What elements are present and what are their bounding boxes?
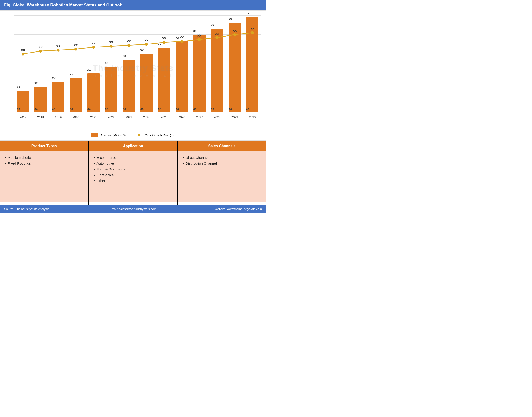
bar-mid-label-2022: XX — [105, 107, 109, 110]
bar-top-label-2028: XX — [211, 24, 214, 27]
bars-container: XXXX2017XXXX2018XXXX2019XXXX2020XXXX2021… — [14, 15, 261, 112]
footer: Source: Theindustrystats Analysis Email:… — [0, 205, 266, 213]
bar-group-2017: XXXX2017 — [14, 15, 32, 112]
bar-top-label-2029: XX — [229, 18, 232, 21]
legend-bar-icon — [91, 133, 98, 137]
bar-2017: XXXX — [17, 91, 29, 112]
bar-group-2028: XXXX2028 — [208, 15, 226, 112]
x-label-2026: 2026 — [178, 115, 185, 119]
bar-top-label-2023: XX — [123, 55, 126, 57]
bar-top-label-2019: XX — [52, 77, 56, 80]
x-label-2021: 2021 — [90, 115, 97, 119]
bar-top-label-2021: XX — [87, 68, 91, 71]
footer-source: Source: Theindustrystats Analysis — [4, 207, 90, 211]
x-label-2025: 2025 — [161, 115, 168, 119]
bars-wrapper: XXXX2017XXXX2018XXXX2019XXXX2020XXXX2021… — [14, 15, 261, 112]
bottom-col-1: ApplicationE-commerceAutomotiveFood & Be… — [89, 141, 178, 205]
bottom-section: Product TypesMobile RoboticsFixed Roboti… — [0, 141, 266, 205]
bar-top-label-2018: XX — [34, 82, 38, 84]
col-header-1: Application — [89, 141, 177, 151]
col-header-2: Sales Channels — [178, 141, 266, 151]
legend-line-svg — [135, 133, 143, 137]
col-content-1: E-commerceAutomotiveFood & BeveragesElec… — [89, 151, 177, 202]
page-title: Fig. Global Warehouse Robotics Market St… — [0, 0, 266, 10]
bar-group-2020: XXXX2020 — [67, 15, 85, 112]
legend-revenue: Revenue (Million $) — [91, 133, 126, 137]
bar-top-label-2030: XX — [246, 12, 250, 15]
bar-2021: XXXX — [87, 73, 100, 112]
bar-top-label-2017: XX — [17, 86, 20, 88]
x-label-2029: 2029 — [231, 115, 238, 119]
col-1-item-1: Automotive — [93, 161, 173, 165]
bottom-col-0: Product TypesMobile RoboticsFixed Roboti… — [0, 141, 89, 205]
bar-2029: XXXX — [229, 23, 241, 112]
bar-mid-label-2019: XX — [52, 107, 56, 110]
bar-group-2022: XXXX2022 — [102, 15, 120, 112]
col-2-item-1: Distribution Channel — [182, 161, 262, 165]
legend-line-icon — [135, 133, 143, 137]
bar-mid-label-2018: XX — [34, 107, 38, 110]
bar-mid-label-2029: XX — [229, 107, 232, 110]
bar-top-label-2020: XX — [70, 73, 73, 76]
col-1-item-0: E-commerce — [93, 156, 173, 159]
bar-group-2018: XXXX2018 — [32, 15, 49, 112]
bar-2025: XXXX — [158, 48, 170, 112]
bar-group-2027: XXXX2027 — [191, 15, 208, 112]
bar-2030: XXXX — [246, 17, 258, 112]
bar-mid-label-2030: XX — [246, 107, 250, 110]
bar-top-label-2026: XX — [176, 36, 179, 39]
x-label-2024: 2024 — [143, 115, 150, 119]
x-label-2027: 2027 — [196, 115, 203, 119]
x-label-2022: 2022 — [108, 115, 114, 119]
bar-2019: XXXX — [52, 82, 64, 112]
bar-group-2023: XXXX2023 — [120, 15, 138, 112]
bar-2027: XXXX — [193, 35, 205, 112]
legend-growth-label: Y-oY Growth Rate (%) — [145, 133, 175, 137]
bar-mid-label-2023: XX — [123, 107, 126, 110]
bar-top-label-2024: XX — [140, 49, 144, 52]
col-0-item-1: Fixed Robotics — [4, 161, 84, 165]
x-label-2018: 2018 — [37, 115, 44, 119]
bar-group-2019: XXXX2019 — [50, 15, 67, 112]
bar-top-label-2022: XX — [105, 62, 109, 64]
bar-mid-label-2026: XX — [176, 107, 179, 110]
chart-area: The Industry Stats m a r k e t r e s e a… — [0, 10, 266, 131]
bottom-col-2: Sales ChannelsDirect ChannelDistribution… — [178, 141, 266, 205]
x-label-2019: 2019 — [55, 115, 61, 119]
bar-2020: XXXX — [70, 78, 82, 112]
bar-mid-label-2024: XX — [140, 107, 144, 110]
bar-mid-label-2025: XX — [158, 107, 161, 110]
bar-group-2030: XXXX2030 — [244, 15, 261, 112]
bar-2028: XXXX — [211, 29, 223, 112]
footer-email: Email: sales@theindustrystats.com — [90, 207, 176, 211]
bar-2023: XXXX — [123, 60, 135, 112]
bar-2018: XXXX — [34, 87, 47, 112]
col-content-2: Direct ChannelDistribution Channel — [178, 151, 266, 202]
bar-group-2025: XXXX2025 — [155, 15, 173, 112]
bar-mid-label-2021: XX — [87, 107, 91, 110]
bar-top-label-2027: XX — [193, 30, 197, 32]
bar-mid-label-2028: XX — [211, 107, 214, 110]
bar-mid-label-2017: XX — [17, 107, 20, 110]
bar-2024: XXXX — [140, 54, 152, 112]
legend-revenue-label: Revenue (Million $) — [100, 133, 126, 137]
col-0-item-0: Mobile Robotics — [4, 156, 84, 159]
chart-legend: Revenue (Million $) Y-oY Growth Rate (%) — [0, 131, 266, 141]
col-header-0: Product Types — [0, 141, 88, 151]
bar-group-2026: XXXX2026 — [173, 15, 191, 112]
col-1-item-3: Electronics — [93, 173, 173, 177]
legend-growth: Y-oY Growth Rate (%) — [135, 133, 175, 137]
col-1-item-4: Other — [93, 179, 173, 183]
x-label-2030: 2030 — [249, 115, 256, 119]
col-2-item-0: Direct Channel — [182, 156, 262, 159]
bar-group-2029: XXXX2029 — [226, 15, 243, 112]
bar-mid-label-2020: XX — [70, 107, 73, 110]
x-label-2028: 2028 — [214, 115, 221, 119]
bar-group-2021: XXXX2021 — [85, 15, 102, 112]
svg-point-29 — [138, 134, 140, 136]
col-content-0: Mobile RoboticsFixed Robotics — [0, 151, 88, 202]
bar-group-2024: XXXX2024 — [138, 15, 155, 112]
x-label-2017: 2017 — [20, 115, 26, 119]
x-label-2020: 2020 — [73, 115, 79, 119]
bar-2022: XXXX — [105, 67, 117, 112]
